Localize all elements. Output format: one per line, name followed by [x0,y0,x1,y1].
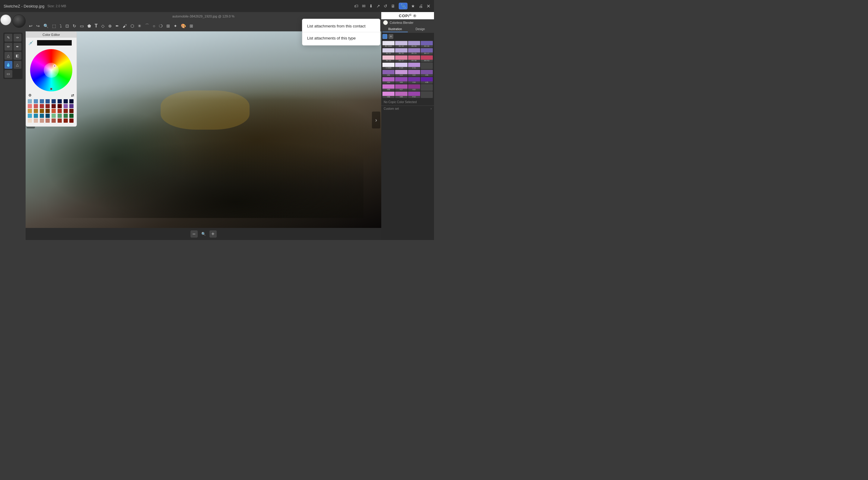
ellipse-icon[interactable]: ○ [152,23,156,29]
copic-color-cell[interactable]: V17 [395,84,407,91]
copic-color-cell[interactable]: V22 [408,70,420,76]
mail-icon[interactable]: ✉ [362,4,366,8]
copic-color-cell[interactable]: V06 [382,91,395,98]
swatch-item[interactable] [40,114,44,118]
nav-right-arrow[interactable]: › [372,112,380,128]
tab-design[interactable]: Design [408,27,433,32]
zoom-in-button[interactable]: + [210,230,217,238]
swatch-item[interactable] [28,104,32,108]
swatch-item[interactable] [45,119,50,123]
copic-color-cell[interactable]: V22 [408,84,420,91]
copic-color-cell[interactable] [421,62,433,69]
copic-color-cell[interactable]: BV 08 [408,41,420,47]
brush-tool-3[interactable]: ✏ [4,43,12,51]
swatch-item[interactable] [58,109,62,113]
download-icon[interactable]: ⬇ [369,4,373,8]
copic-color-cell[interactable]: RV 17 [395,55,407,62]
swatch-item[interactable] [58,114,62,118]
color-wheel-icon[interactable]: 🎨 [180,23,187,29]
swatch-item[interactable] [52,99,56,103]
color-wheel[interactable] [30,49,72,91]
swatch-item[interactable] [52,104,56,108]
wheel-transfer-icon[interactable]: ⇄ [71,93,74,97]
swatch-item[interactable] [45,109,50,113]
swatch-item[interactable] [28,99,32,103]
swatch-item[interactable] [34,109,38,113]
swatch-item[interactable] [69,99,73,103]
copic-color-cell[interactable]: V 01 [408,62,420,69]
lasso-icon[interactable]: ⤵ [59,23,63,29]
swatch-item[interactable] [69,114,73,118]
wheel-settings-icon[interactable]: ⚙ [28,93,32,97]
swatch-item[interactable] [34,119,38,123]
selection-icon[interactable]: ⬚ [51,23,57,29]
copic-color-cell[interactable]: RV F3 [421,55,433,62]
black-color-circle[interactable] [12,14,26,28]
copic-color-cell[interactable]: V 0000 [382,62,395,69]
copic-color-cell[interactable]: V91 [382,70,395,76]
copic-color-cell[interactable]: FV2 [408,91,420,98]
swatch-item[interactable] [52,119,56,123]
swatch-item[interactable] [58,99,62,103]
eyedropper-icon[interactable]: 💉 [28,40,33,45]
copic-color-cell[interactable]: BV 17 [421,48,433,55]
zoom-icon[interactable]: 🔍 [42,23,50,29]
brush-tool-6[interactable]: ◧ [13,52,22,60]
swatch-item[interactable] [40,104,44,108]
swatch-item[interactable] [64,114,68,118]
persp-icon[interactable]: ⬟ [87,23,92,29]
copic-color-cell[interactable]: BV 23 [408,48,420,55]
swatch-item[interactable] [58,104,62,108]
copic-color-cell[interactable]: V 20 [395,62,407,69]
nodes-icon[interactable]: ✳ [137,23,142,29]
copic-color-cell[interactable]: RV 10 [382,55,395,62]
swatch-item[interactable] [28,119,32,123]
brush-tool-1[interactable]: ✎ [4,34,12,41]
copic-color-cell[interactable]: V69 [395,91,407,98]
copic-color-cell[interactable]: V95 [421,70,433,76]
swatch-item[interactable] [34,114,38,118]
copic-color-cell[interactable]: BV 25 [395,48,407,55]
copic-color-cell[interactable]: V06 [395,77,407,84]
copic-color-cell[interactable]: V05 [382,84,395,91]
copic-color-cell[interactable]: V04 [382,77,395,84]
print-icon[interactable]: 🖨 [418,4,423,8]
monitor-icon[interactable]: 🖥 [391,4,395,8]
copic-color-cell[interactable] [421,91,433,98]
swatch-item[interactable] [69,119,73,123]
popup-item-type[interactable]: List attachments of this type [302,33,380,43]
brush-icon[interactable]: 🖌 [122,23,128,29]
add-color-btn[interactable]: + [389,34,393,39]
spray-icon[interactable]: ⊞ [165,23,171,29]
attach-icon[interactable]: 📎 [399,3,407,9]
brush-tool-2[interactable]: ✑ [13,34,22,41]
copic-color-cell[interactable]: RV 08 [408,55,420,62]
popup-item-contact[interactable]: List attachments from this contact [302,21,380,31]
star-icon[interactable]: ★ [411,4,415,8]
swatch-item[interactable] [40,119,44,123]
tab-illustration[interactable]: Illustration [382,27,408,32]
swatch-item[interactable] [45,99,50,103]
copic-color-cell[interactable]: BV 29 [421,41,433,47]
undo-icon[interactable]: ↩ [28,23,33,29]
copic-color-cell[interactable]: BV 0000 [382,41,395,47]
swatch-item[interactable] [34,99,38,103]
shape-icon[interactable]: ⬡ [130,23,135,29]
swatch-item[interactable] [52,109,56,113]
refresh-icon[interactable]: ↺ [384,4,387,8]
brush-tool-4[interactable]: ✒ [13,43,22,51]
rotate-icon[interactable]: ↻ [72,23,77,29]
zoom-out-button[interactable]: − [190,230,198,238]
tag-icon[interactable]: 🏷 [354,4,358,8]
swatch-item[interactable] [40,109,44,113]
swatch-item[interactable] [64,99,68,103]
swatch-item[interactable] [34,104,38,108]
color-cursor[interactable] [53,64,56,67]
stamp-icon[interactable]: ❍ [158,23,164,29]
swatch-item[interactable] [40,99,44,103]
rect-icon[interactable]: ▭ [79,23,85,29]
brush-tool-8[interactable]: △ [13,61,22,69]
share-icon[interactable]: ↗ [376,4,380,8]
brush-tool-5[interactable]: △ [4,52,12,60]
swatch-item[interactable] [45,114,50,118]
